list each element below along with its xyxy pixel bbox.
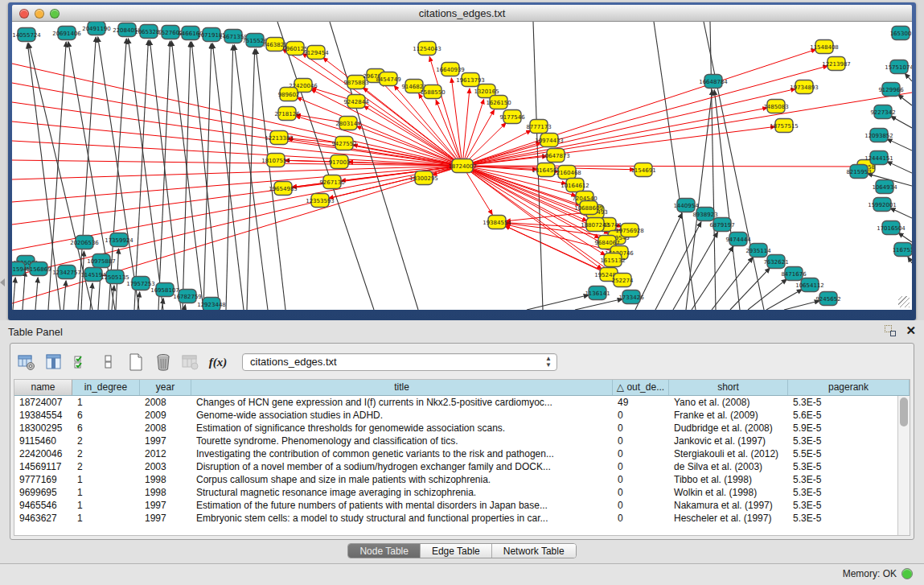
graph-node[interactable]: 1440954 (673, 199, 699, 212)
table-row[interactable]: 946554611997Estimation of the future num… (14, 499, 897, 512)
graph-node[interactable]: 2718126 (274, 107, 300, 121)
graph-node[interactable]: 116753 (893, 243, 912, 257)
graph-node[interactable]: 252274 (612, 274, 634, 287)
graph-node[interactable]: 20491190 (82, 22, 111, 35)
graph-node[interactable]: 18107554 (261, 154, 290, 167)
table-scrollbar-thumb[interactable] (900, 398, 908, 426)
graph-node[interactable]: 7632621 (763, 255, 788, 269)
graph-node[interactable]: 9177546 (499, 110, 525, 124)
tab-network-table[interactable]: Network Table (492, 544, 576, 558)
graph-node[interactable]: 1733426 (618, 290, 644, 304)
graph-node[interactable]: 20206536 (70, 236, 99, 249)
graph-node[interactable]: 917003 (329, 155, 351, 169)
graph-node[interactable]: 8777173 (526, 120, 551, 134)
graph-node[interactable]: 15751074 (885, 60, 912, 74)
cell-name: 18724007 (14, 396, 72, 409)
graph-node[interactable]: 1136141 (585, 286, 610, 300)
graph-node[interactable]: 1588550 (420, 85, 445, 99)
graph-node[interactable]: 9242844 (343, 95, 369, 109)
graph-edge (12, 122, 462, 166)
cell-year: 1997 (140, 435, 191, 447)
graph-node[interactable]: 12342757 (52, 266, 81, 279)
graph-node[interactable]: 989602 (278, 88, 300, 101)
graph-node[interactable]: 9427552 (331, 137, 356, 150)
svg-text:9267130: 9267130 (319, 179, 344, 186)
graph-node[interactable]: 9474444 (725, 233, 751, 246)
graph-node[interactable]: 9227342 (870, 105, 895, 119)
graph-node[interactable]: 9129454 (303, 46, 329, 60)
table-row[interactable]: 946362711997Embryonic stem cells: a mode… (14, 512, 897, 525)
delete-column-icon[interactable] (154, 352, 173, 372)
graph-node[interactable]: 12213383 (265, 131, 294, 145)
column-header-in_degree[interactable]: in_degree (72, 380, 140, 395)
column-header-year[interactable]: year (140, 380, 191, 395)
rows-icon[interactable] (99, 352, 118, 372)
tab-edge-table[interactable]: Edge Table (421, 544, 492, 558)
table-row[interactable]: 1938455462009Genome-wide association stu… (14, 409, 897, 422)
column-header-out_degree[interactable]: △ out_de... (613, 380, 669, 395)
cell-pagerank: 5.9E-5 (788, 422, 897, 435)
window-resize-grip[interactable] (898, 296, 910, 307)
network-graph[interactable]: 1872400714055724206914062049119022084058… (12, 22, 912, 310)
graph-node[interactable]: 9267130 (319, 175, 344, 189)
table-scrollbar[interactable] (897, 396, 910, 535)
graph-edge (784, 301, 819, 310)
graph-node[interactable]: 12353593 (306, 194, 335, 208)
graph-node[interactable]: 1615132 (600, 253, 625, 267)
graph-node[interactable]: 11548408 (810, 40, 839, 54)
column-header-pagerank[interactable]: pagerank (788, 380, 910, 395)
column-header-title[interactable]: title (191, 380, 613, 395)
tab-node-table[interactable]: Node Table (348, 544, 421, 558)
table-row[interactable]: 969969511998Structural magnetic resonanc… (14, 486, 897, 499)
column-check-icon[interactable] (72, 352, 91, 372)
function-builder-icon[interactable]: f(x) (208, 352, 228, 372)
graph-node[interactable]: 6879197 (709, 218, 734, 232)
close-panel-icon[interactable]: ✕ (906, 325, 916, 336)
graph-node[interactable]: 17016504 (877, 221, 906, 235)
graph-node[interactable]: 2935114 (745, 244, 771, 257)
graph-node[interactable]: 9245652 (815, 292, 840, 306)
network-window[interactable]: citations_edges.txt 18724007140557242069… (8, 2, 916, 320)
graph-node[interactable]: 391594 (12, 262, 27, 276)
graph-node[interactable]: 12213987 (822, 57, 851, 71)
graph-node[interactable]: 8215953 (846, 165, 871, 179)
table-row[interactable]: 977716911998Corpus callosum shape and si… (14, 473, 897, 486)
svg-text:1733426: 1733426 (618, 295, 644, 301)
graph-node[interactable]: 2803144 (335, 117, 361, 130)
graph-node[interactable]: 1154691 (630, 163, 655, 177)
panel-collapse-arrow[interactable] (0, 278, 5, 286)
table-mode-icon[interactable] (17, 352, 36, 372)
float-panel-icon[interactable] (885, 325, 896, 336)
graph-node[interactable]: 1156869 (26, 262, 51, 276)
graph-node[interactable]: 1064934 (872, 180, 897, 194)
graph-node[interactable]: 1626150 (486, 96, 511, 109)
graph-node[interactable]: 11254043 (413, 42, 441, 56)
table-body[interactable]: 1872400712008Changes of HCN gene express… (14, 396, 897, 535)
graph-hub-node[interactable]: 18724007 (448, 159, 477, 173)
graph-node[interactable]: 10647873 (541, 149, 570, 163)
graph-node[interactable]: 165300 (890, 27, 912, 40)
show-column-icon[interactable] (44, 352, 64, 372)
graph-node[interactable]: 18757515 (770, 119, 799, 133)
table-row[interactable]: 1872400712008Changes of HCN gene express… (14, 396, 897, 409)
svg-text:12342757: 12342757 (52, 270, 81, 276)
memory-indicator-led[interactable] (901, 568, 913, 579)
graph-node[interactable]: 14055724 (12, 28, 41, 42)
graph-node[interactable]: 19654985 (269, 182, 298, 196)
graph-node[interactable]: 8454749 (376, 72, 400, 86)
graph-node[interactable]: 7485083 (763, 100, 788, 113)
graph-node[interactable]: 10164612 (561, 179, 589, 192)
table-select-dropdown[interactable]: citations_edges.txt ▲▼ (242, 353, 557, 371)
column-header-name[interactable]: name (14, 380, 72, 395)
window-titlebar[interactable]: citations_edges.txt (12, 5, 912, 22)
table-row[interactable]: 911546021997Tourette syndrome. Phenomeno… (14, 435, 897, 447)
graph-node[interactable]: 16640939 (436, 63, 465, 76)
table-row[interactable]: 1830029562008Estimation of significance … (14, 422, 897, 435)
network-canvas[interactable]: 1872400714055724206914062049119022084058… (12, 22, 912, 310)
graph-node[interactable]: 19734893 (790, 80, 819, 94)
new-column-icon[interactable] (126, 352, 146, 372)
table-row[interactable]: 1456911722003Disruption of a novel membe… (14, 460, 897, 473)
table-row[interactable]: 2242004622012Investigating the contribut… (14, 447, 897, 460)
graph-node[interactable]: 20691406 (52, 27, 81, 40)
column-header-short[interactable]: short (669, 380, 788, 395)
